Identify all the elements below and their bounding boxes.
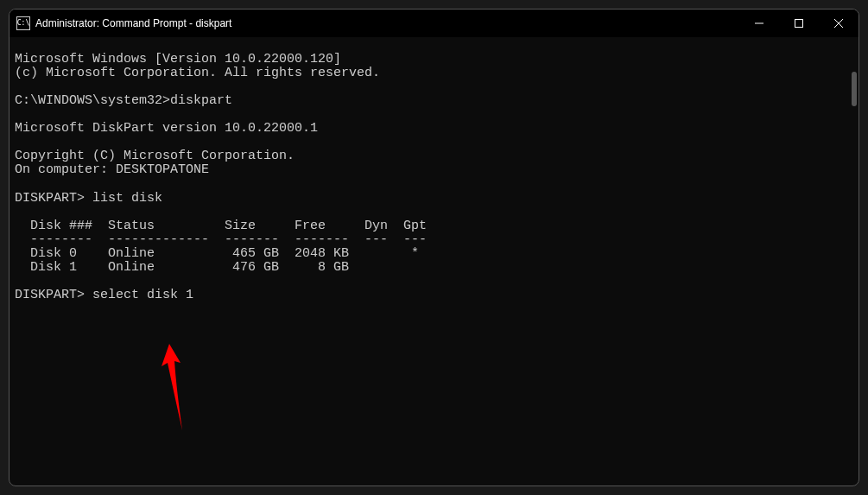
- scrollbar-thumb[interactable]: [852, 72, 857, 106]
- svg-rect-1: [795, 20, 803, 28]
- output-line: Disk 1 Online 476 GB 8 GB: [15, 260, 349, 275]
- output-line: DISKPART> select disk 1: [15, 288, 193, 302]
- maximize-icon: [795, 19, 803, 28]
- command-prompt-window: C:\ Administrator: Command Prompt - disk…: [9, 9, 859, 486]
- output-line: DISKPART> list disk: [15, 191, 162, 206]
- output-line: Disk 0 Online 465 GB 2048 KB *: [15, 246, 419, 261]
- titlebar[interactable]: C:\ Administrator: Command Prompt - disk…: [10, 10, 858, 37]
- minimize-icon: [755, 19, 763, 28]
- window-controls: [739, 10, 858, 37]
- output-line: (c) Microsoft Corporation. All rights re…: [15, 66, 380, 80]
- output-line: C:\WINDOWS\system32>diskpart: [15, 93, 232, 108]
- output-line: On computer: DESKTOPATONE: [15, 162, 209, 177]
- minimize-button[interactable]: [739, 10, 779, 37]
- terminal-output[interactable]: Microsoft Windows [Version 10.0.22000.12…: [10, 37, 858, 485]
- output-line: -------- ------------- ------- ------- -…: [15, 232, 427, 247]
- cmd-icon: C:\: [16, 16, 30, 30]
- output-line: Microsoft Windows [Version 10.0.22000.12…: [15, 52, 341, 67]
- cmd-icon-label: C:\: [17, 20, 29, 27]
- close-icon: [834, 19, 843, 28]
- maximize-button[interactable]: [779, 10, 819, 37]
- red-arrow-annotation: [156, 344, 191, 439]
- window-title: Administrator: Command Prompt - diskpart: [35, 17, 231, 29]
- output-line: Microsoft DiskPart version 10.0.22000.1: [15, 121, 318, 136]
- output-line: Copyright (C) Microsoft Corporation.: [15, 149, 295, 163]
- close-button[interactable]: [819, 10, 858, 37]
- output-line: Disk ### Status Size Free Dyn Gpt: [15, 219, 427, 233]
